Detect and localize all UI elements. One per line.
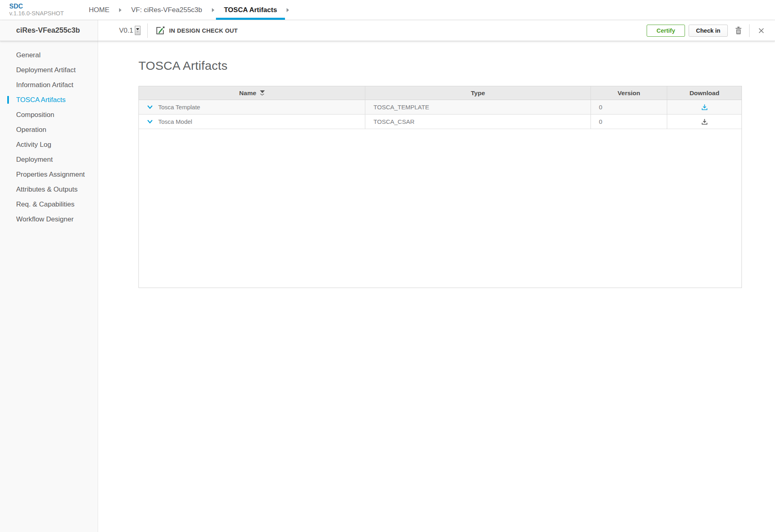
sidebar-item-label: Attributes & Outputs bbox=[16, 186, 78, 194]
sidebar-item-properties-assignment[interactable]: Properties Assignment bbox=[0, 167, 98, 182]
check-in-button[interactable]: Check in bbox=[689, 25, 728, 37]
app-logo: SDC v.1.16.0-SNAPSHOT bbox=[0, 0, 81, 20]
sidebar-item-label: Deployment bbox=[16, 156, 53, 164]
sidebar-item-information-artifact[interactable]: Information Artifact bbox=[0, 77, 98, 92]
sort-arrow-icon bbox=[260, 90, 265, 93]
download-button[interactable] bbox=[701, 104, 708, 111]
artifact-name: Tosca Model bbox=[158, 118, 192, 125]
page-body: General Deployment Artifact Information … bbox=[0, 41, 775, 532]
artifact-name-cell: Tosca Template bbox=[139, 100, 365, 114]
artifact-version: 0 bbox=[591, 115, 668, 129]
certify-button[interactable]: Certify bbox=[647, 25, 685, 37]
artifacts-table: Name Type Version Download bbox=[138, 86, 742, 288]
sidebar-item-tosca-artifacts[interactable]: TOSCA Artifacts bbox=[0, 92, 98, 107]
active-indicator bbox=[7, 96, 9, 104]
sidebar-item-operation[interactable]: Operation bbox=[0, 122, 98, 137]
artifact-name: Tosca Template bbox=[158, 104, 200, 111]
delete-button[interactable] bbox=[734, 25, 743, 35]
artifact-version: 0 bbox=[591, 100, 668, 114]
sidebar: General Deployment Artifact Information … bbox=[0, 41, 98, 532]
version-selector: V0.1 bbox=[119, 26, 140, 35]
chevron-down-icon bbox=[136, 31, 139, 33]
sidebar-item-label: General bbox=[16, 51, 40, 59]
app-name: SDC bbox=[9, 3, 81, 10]
download-icon bbox=[701, 104, 708, 111]
sidebar-item-label: Deployment Artifact bbox=[16, 66, 75, 74]
breadcrumb-arrow-icon bbox=[119, 8, 121, 12]
sidebar-item-label: Activity Log bbox=[16, 141, 51, 149]
table-row: Tosca Template TOSCA_TEMPLATE 0 bbox=[139, 100, 741, 115]
table-header-row: Name Type Version Download bbox=[139, 86, 741, 100]
workspace-actions: Certify Check in bbox=[647, 24, 775, 37]
sidebar-item-label: Workflow Designer bbox=[16, 215, 73, 223]
resource-title: ciRes-VFea255c3b bbox=[0, 20, 98, 41]
close-button[interactable] bbox=[758, 27, 765, 34]
chevron-down-icon bbox=[147, 119, 153, 124]
sidebar-item-activity-log[interactable]: Activity Log bbox=[0, 137, 98, 152]
expand-row-button[interactable] bbox=[147, 119, 153, 124]
download-cell bbox=[667, 115, 741, 129]
column-header-label: Name bbox=[239, 90, 256, 97]
sidebar-item-deployment[interactable]: Deployment bbox=[0, 152, 98, 167]
breadcrumb-arrow-icon bbox=[287, 8, 289, 12]
artifact-type: TOSCA_TEMPLATE bbox=[365, 100, 591, 114]
table-row: Tosca Model TOSCA_CSAR 0 bbox=[139, 115, 741, 129]
sidebar-item-label: TOSCA Artifacts bbox=[16, 96, 66, 104]
version-dropdown-button[interactable] bbox=[135, 26, 140, 35]
sidebar-item-label: Operation bbox=[16, 126, 46, 134]
breadcrumb-tab-tosca-artifacts[interactable]: TOSCA Artifacts bbox=[216, 0, 285, 20]
sidebar-item-label: Req. & Capabilities bbox=[16, 200, 75, 209]
breadcrumb-tab-vf[interactable]: VF: ciRes-VFea255c3b bbox=[123, 0, 210, 20]
breadcrumb-tab-home[interactable]: HOME bbox=[81, 0, 117, 20]
chevron-down-icon bbox=[260, 94, 264, 96]
sidebar-item-deployment-artifact[interactable]: Deployment Artifact bbox=[0, 63, 98, 77]
artifact-name-cell: Tosca Model bbox=[139, 115, 365, 129]
breadcrumb-arrow-icon bbox=[212, 8, 214, 12]
sidebar-item-req-capabilities[interactable]: Req. & Capabilities bbox=[0, 197, 98, 212]
column-header-download: Download bbox=[667, 86, 741, 100]
column-header-type: Type bbox=[365, 86, 591, 100]
top-nav: SDC v.1.16.0-SNAPSHOT HOME VF: ciRes-VFe… bbox=[0, 0, 775, 20]
divider bbox=[749, 24, 750, 37]
divider bbox=[147, 23, 148, 38]
chevron-down-icon bbox=[136, 28, 139, 30]
sidebar-item-workflow-designer[interactable]: Workflow Designer bbox=[0, 212, 98, 227]
sidebar-item-label: Composition bbox=[16, 111, 54, 119]
app-version: v.1.16.0-SNAPSHOT bbox=[9, 10, 81, 17]
sidebar-item-general[interactable]: General bbox=[0, 48, 98, 63]
sidebar-item-attributes-outputs[interactable]: Attributes & Outputs bbox=[0, 182, 98, 197]
version-value: V0.1 bbox=[119, 27, 133, 35]
sidebar-item-label: Properties Assignment bbox=[16, 171, 85, 179]
column-header-version: Version bbox=[591, 86, 668, 100]
artifact-type: TOSCA_CSAR bbox=[365, 115, 591, 129]
workspace-bar: ciRes-VFea255c3b V0.1 IN DESIGN CHECK OU… bbox=[0, 20, 775, 41]
chevron-down-icon bbox=[147, 105, 153, 110]
download-button[interactable] bbox=[701, 118, 708, 125]
breadcrumb: HOME VF: ciRes-VFea255c3b TOSCA Artifact… bbox=[81, 0, 291, 20]
trash-icon bbox=[734, 25, 743, 35]
main-content: TOSCA Artifacts Name Type Version Downlo… bbox=[98, 41, 775, 532]
checkout-pencil-icon bbox=[155, 25, 165, 36]
sidebar-item-label: Information Artifact bbox=[16, 81, 73, 89]
sort-icon[interactable] bbox=[260, 90, 265, 96]
page-title: TOSCA Artifacts bbox=[138, 59, 775, 73]
column-header-name[interactable]: Name bbox=[139, 86, 365, 100]
expand-row-button[interactable] bbox=[147, 105, 153, 110]
lifecycle-status: IN DESIGN CHECK OUT bbox=[155, 25, 238, 36]
status-text: IN DESIGN CHECK OUT bbox=[169, 27, 238, 34]
close-icon bbox=[758, 27, 765, 34]
sidebar-item-composition[interactable]: Composition bbox=[0, 107, 98, 122]
download-cell bbox=[667, 100, 741, 114]
download-icon bbox=[701, 118, 708, 125]
